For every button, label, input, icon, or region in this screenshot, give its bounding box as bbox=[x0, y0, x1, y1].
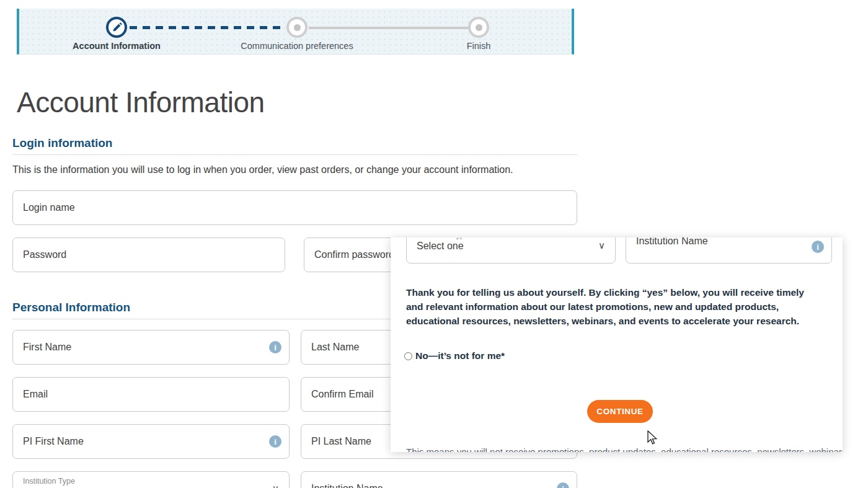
overlay-institution-type-value: Select one bbox=[417, 241, 605, 252]
chevron-down-icon: ∨ bbox=[598, 240, 605, 251]
institution-name-field-wrap: i bbox=[301, 471, 577, 488]
step-account-information[interactable] bbox=[106, 17, 127, 38]
step-label-finish[interactable]: Finish bbox=[467, 41, 491, 51]
continue-button[interactable]: CONTINUE bbox=[587, 400, 653, 423]
login-information-heading: Login information bbox=[12, 136, 577, 150]
step-label-account-information[interactable]: Account Information bbox=[73, 41, 161, 51]
overlay-institution-name-field-wrap: i bbox=[626, 237, 832, 264]
overlay-institution-type-select[interactable]: Institution Type Select one ∨ bbox=[406, 237, 616, 264]
page-title: Account Information bbox=[17, 86, 577, 119]
radio-option-no[interactable]: No—it’s not for me* bbox=[404, 350, 505, 362]
step-finish[interactable] bbox=[468, 17, 489, 38]
step-dot-icon bbox=[294, 24, 301, 31]
footnote-clipped-text: This means you will not receive promotio… bbox=[406, 446, 834, 452]
email-input[interactable] bbox=[13, 389, 289, 400]
step-label-communication-preferences[interactable]: Communication preferences bbox=[241, 41, 353, 51]
stepper-connector-dashed bbox=[130, 26, 285, 29]
step-communication-preferences[interactable] bbox=[286, 17, 308, 38]
mouse-cursor bbox=[645, 430, 659, 446]
radio-label-no: No—it’s not for me* bbox=[415, 350, 505, 362]
pi-first-name-field-wrap: i bbox=[12, 424, 290, 459]
signup-progress-stepper: Account Information Communication prefer… bbox=[17, 9, 574, 55]
login-information-description: This is the information you will use to … bbox=[12, 164, 577, 175]
info-icon[interactable]: i bbox=[812, 241, 824, 253]
info-icon[interactable]: i bbox=[269, 341, 281, 353]
first-name-field-wrap: i bbox=[12, 330, 290, 365]
pi-first-name-input[interactable] bbox=[13, 436, 289, 447]
overlay-institution-name-input[interactable] bbox=[626, 237, 831, 247]
chevron-down-icon: ∨ bbox=[272, 483, 279, 488]
login-name-input[interactable] bbox=[13, 202, 577, 213]
marketing-consent-message: Thank you for telling us about yourself.… bbox=[406, 286, 812, 328]
step-dot-icon bbox=[476, 24, 482, 31]
communication-preferences-overlay: Institution Type Select one ∨ i Thank yo… bbox=[391, 237, 843, 452]
institution-name-input[interactable] bbox=[301, 483, 577, 488]
login-name-field-wrap bbox=[12, 190, 577, 225]
password-input[interactable] bbox=[13, 249, 285, 260]
institution-type-label: Institution Type bbox=[23, 477, 279, 486]
info-icon[interactable]: i bbox=[269, 435, 281, 448]
institution-type-select[interactable]: Institution Type Select one ∨ bbox=[12, 471, 290, 488]
email-field-wrap bbox=[12, 377, 290, 412]
section-divider bbox=[12, 154, 577, 155]
first-name-input[interactable] bbox=[13, 342, 289, 353]
radio-circle-icon[interactable] bbox=[404, 352, 412, 360]
stepper-connector-solid bbox=[309, 27, 468, 29]
pencil-icon bbox=[112, 22, 122, 33]
overlay-institution-type-label: Institution Type bbox=[417, 237, 605, 239]
password-field-wrap bbox=[12, 237, 285, 272]
